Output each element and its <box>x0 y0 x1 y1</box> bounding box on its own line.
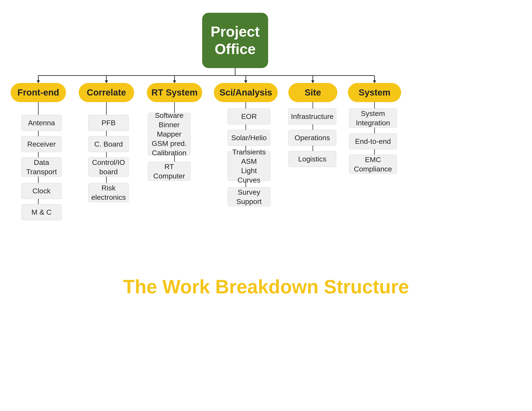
l2-receiver: Receiver <box>21 136 62 152</box>
l1-frontend-label: Front-end <box>13 87 63 98</box>
l2-antenna: Antenna <box>21 115 62 131</box>
l2-data-transport-label: Data Transport <box>24 156 59 178</box>
l2-risk-electronics: Risk electronics <box>88 183 129 202</box>
l1-site: Site <box>288 83 337 102</box>
l1-scianalysis: Sci/Analysis <box>214 83 278 102</box>
page-title-text: The Work Breakdown Structure <box>123 276 409 297</box>
l2-operations: Operations <box>288 130 336 146</box>
l2-infrastructure-label: Infrastructure <box>289 110 336 122</box>
l1-rtsystem-label: RT System <box>147 87 202 98</box>
l2-system-integration-label: System Integration <box>354 107 392 129</box>
l2-emc-compliance-label: EMC Compliance <box>352 154 394 175</box>
l1-correlate: Correlate <box>79 83 134 102</box>
l2-risk-electronics-label: Risk electronics <box>89 182 128 203</box>
l2-end-to-end: End-to-end <box>349 133 397 149</box>
svg-marker-8 <box>37 80 40 83</box>
l1-correlate-label: Correlate <box>83 87 130 98</box>
svg-marker-13 <box>373 80 376 83</box>
l1-site-label: Site <box>300 87 325 98</box>
l2-pfb-label: PFB <box>99 117 118 129</box>
l1-scianalysis-label: Sci/Analysis <box>215 87 276 98</box>
l1-frontend: Front-end <box>11 83 66 102</box>
l2-solar-helio: Solar/Helio <box>228 130 270 146</box>
l1-system-label: System <box>354 87 395 98</box>
l2-rt-computer: RT Computer <box>148 162 190 181</box>
root-label: Project Office <box>211 23 260 58</box>
l2-emc-compliance: EMC Compliance <box>349 155 397 174</box>
svg-marker-10 <box>173 80 176 83</box>
l2-logistics: Logistics <box>288 151 336 167</box>
l2-mc: M & C <box>21 204 62 220</box>
l2-clock-label: Clock <box>30 185 53 197</box>
l2-end-to-end-label: End-to-end <box>353 135 393 147</box>
l2-receiver-label: Receiver <box>25 138 58 150</box>
l2-system-integration: System Integration <box>349 109 397 128</box>
svg-marker-11 <box>244 80 247 83</box>
l2-controlio-label: Control/IO board <box>90 156 127 178</box>
l2-transients-label: Transients ASM Light Curves <box>228 146 270 186</box>
l2-antenna-label: Antenna <box>26 117 57 129</box>
l2-software-label: Software Binner Mapper GSM pred. Calibra… <box>150 109 189 159</box>
l2-controlio: Control/IO board <box>88 158 129 177</box>
l2-eor: EOR <box>228 109 270 124</box>
diagram-container: Project Office Front-end Correlate RT Sy… <box>0 0 532 319</box>
root-node: Project Office <box>202 13 268 68</box>
l2-infrastructure: Infrastructure <box>288 109 336 124</box>
l2-clock: Clock <box>21 183 62 199</box>
page-title: The Work Breakdown Structure <box>0 276 532 298</box>
l2-transients: Transients ASM Light Curves <box>228 151 270 181</box>
l2-survey-support: Survey Support <box>228 187 270 206</box>
l2-rt-computer-label: RT Computer <box>151 161 187 182</box>
svg-marker-12 <box>311 80 314 83</box>
l2-cboard: C. Board <box>88 136 129 152</box>
l2-solar-helio-label: Solar/Helio <box>229 132 269 144</box>
l2-mc-label: M & C <box>29 206 54 218</box>
svg-marker-9 <box>105 80 108 83</box>
l2-data-transport: Data Transport <box>21 158 62 177</box>
l2-cboard-label: C. Board <box>92 138 125 150</box>
l2-logistics-label: Logistics <box>296 153 328 165</box>
l2-pfb: PFB <box>88 115 129 131</box>
l2-operations-label: Operations <box>292 132 332 144</box>
l2-survey-support-label: Survey Support <box>234 186 264 207</box>
l1-rtsystem: RT System <box>147 83 202 102</box>
l2-eor-label: EOR <box>239 110 259 122</box>
l1-system: System <box>348 83 401 102</box>
l2-software: Software Binner Mapper GSM pred. Calibra… <box>148 113 190 155</box>
